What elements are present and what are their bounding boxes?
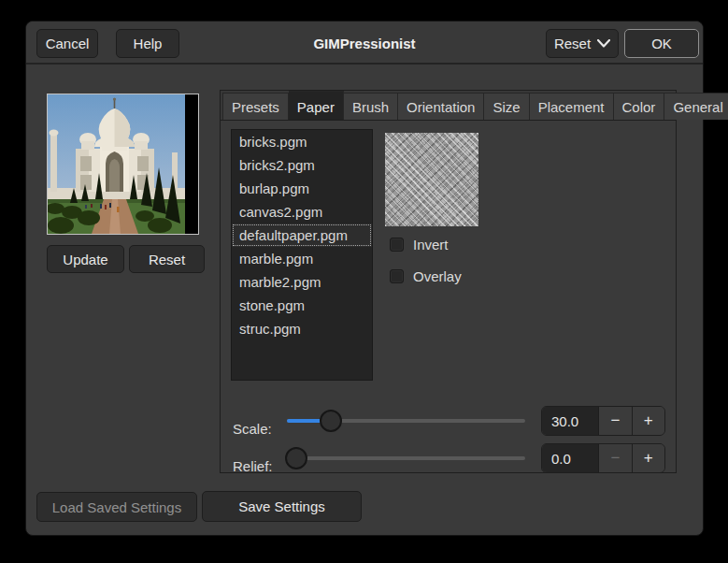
tab-general[interactable]: General bbox=[664, 93, 728, 120]
list-item[interactable]: marble2.pgm bbox=[232, 270, 372, 294]
scale-slider-thumb[interactable] bbox=[320, 410, 342, 432]
preview-unused-area bbox=[185, 94, 198, 234]
minus-icon: − bbox=[610, 411, 620, 430]
invert-checkbox[interactable] bbox=[390, 238, 404, 252]
invert-checkbox-row: Invert bbox=[390, 237, 449, 253]
list-item[interactable]: marble.pgm bbox=[232, 247, 372, 270]
reset-dropdown-button[interactable]: Reset bbox=[546, 29, 619, 58]
plus-icon: + bbox=[644, 411, 653, 430]
list-item-selected[interactable]: defaultpaper.pgm bbox=[232, 224, 372, 247]
relief-slider[interactable] bbox=[287, 447, 525, 469]
relief-plus-button[interactable]: + bbox=[632, 444, 664, 472]
overlay-label: Overlay bbox=[413, 268, 462, 284]
tab-size[interactable]: Size bbox=[484, 93, 529, 120]
tab-color[interactable]: Color bbox=[614, 93, 665, 120]
scale-plus-button[interactable]: + bbox=[632, 407, 664, 435]
image-preview bbox=[47, 94, 199, 235]
reset-dropdown-label: Reset bbox=[554, 36, 591, 51]
taj-mahal-preview-image bbox=[48, 94, 185, 234]
paper-texture-preview bbox=[385, 133, 478, 226]
relief-label: Relief: bbox=[233, 458, 273, 474]
tab-presets[interactable]: Presets bbox=[222, 93, 289, 120]
relief-slider-thumb[interactable] bbox=[285, 447, 307, 469]
preview-reset-button[interactable]: Reset bbox=[129, 245, 205, 273]
relief-slider-track[interactable] bbox=[287, 456, 525, 460]
list-item[interactable]: bricks.pgm bbox=[232, 130, 372, 153]
list-item[interactable]: struc.pgm bbox=[232, 317, 372, 340]
overlay-checkbox-row: Overlay bbox=[390, 268, 462, 284]
save-settings-button[interactable]: Save Settings bbox=[202, 491, 362, 522]
relief-value-field[interactable]: 0.0 bbox=[542, 444, 598, 472]
tab-bar: Presets Paper Brush Orientation Size Pla… bbox=[221, 91, 676, 121]
update-button[interactable]: Update bbox=[47, 245, 124, 273]
settings-notebook: Presets Paper Brush Orientation Size Pla… bbox=[220, 90, 677, 473]
tab-placement[interactable]: Placement bbox=[530, 93, 614, 120]
paper-file-list[interactable]: bricks.pgm bricks2.pgm burlap.pgm canvas… bbox=[231, 129, 373, 381]
list-item[interactable]: bricks2.pgm bbox=[232, 153, 372, 177]
list-item[interactable]: burlap.pgm bbox=[232, 177, 372, 200]
plus-icon: + bbox=[644, 449, 653, 468]
minus-icon: − bbox=[610, 449, 620, 468]
list-item[interactable]: canvas2.pgm bbox=[232, 200, 372, 224]
relief-spinbox: 0.0 − + bbox=[541, 443, 665, 473]
scale-spinbox: 30.0 − + bbox=[541, 406, 665, 436]
overlay-checkbox[interactable] bbox=[390, 269, 404, 283]
list-item[interactable]: stone.pgm bbox=[232, 294, 372, 317]
scale-minus-button[interactable]: − bbox=[598, 407, 631, 435]
gimpressionist-dialog: Cancel Help GIMPressionist Reset OK bbox=[25, 21, 704, 536]
ok-button[interactable]: OK bbox=[624, 29, 699, 58]
chevron-down-icon bbox=[597, 39, 610, 48]
load-saved-settings-button[interactable]: Load Saved Settings bbox=[36, 492, 197, 522]
scale-slider[interactable] bbox=[287, 410, 525, 432]
tab-brush[interactable]: Brush bbox=[344, 93, 398, 120]
invert-label: Invert bbox=[413, 237, 449, 253]
tab-orientation[interactable]: Orientation bbox=[398, 93, 484, 120]
header-bar: Cancel Help GIMPressionist Reset OK bbox=[26, 22, 703, 65]
scale-label: Scale: bbox=[233, 421, 272, 437]
relief-minus-button[interactable]: − bbox=[598, 444, 631, 472]
tab-paper[interactable]: Paper bbox=[289, 91, 344, 120]
scale-value-field[interactable]: 30.0 bbox=[542, 407, 598, 435]
